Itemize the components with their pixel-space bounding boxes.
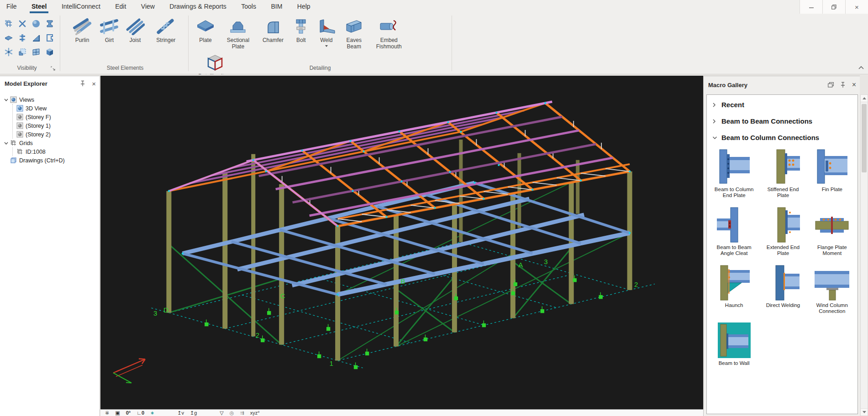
- flow-arrows-icon[interactable]: ⇉: [240, 410, 244, 416]
- close-button[interactable]: ×: [845, 0, 868, 14]
- macro-stiffened-end-plate[interactable]: Stiffened End Plate: [758, 148, 807, 198]
- xyz-readout[interactable]: xyz°: [250, 410, 260, 416]
- svg-text:2: 2: [634, 281, 638, 288]
- macro-extended-end-plate[interactable]: Extended End Plate: [758, 206, 807, 256]
- zoom-window-icon[interactable]: ▣: [115, 410, 120, 416]
- chamfer-button[interactable]: Chamfer: [259, 14, 287, 44]
- section-recent[interactable]: Recent: [707, 95, 857, 111]
- tree-node-storey-1[interactable]: (Storey 1): [16, 121, 100, 130]
- scroll-down-icon[interactable]: [861, 408, 868, 416]
- svg-text:1: 1: [330, 359, 333, 367]
- svg-text:D: D: [163, 306, 168, 314]
- sphere-icon[interactable]: [30, 17, 42, 30]
- popout-icon[interactable]: [828, 82, 834, 88]
- stringer-button[interactable]: Stringer: [150, 14, 181, 44]
- tree-node-3d-view[interactable]: 3D View: [16, 104, 100, 113]
- tree-node-storey-f[interactable]: (Storey F): [16, 113, 100, 121]
- tree-node-views[interactable]: Views: [3, 95, 100, 104]
- section-beam-to-column[interactable]: Beam to Column Connections: [707, 128, 857, 144]
- svg-text:2: 2: [256, 331, 259, 339]
- menu-bar: File Steel IntelliConnect Edit View Draw…: [0, 0, 868, 14]
- pin-icon[interactable]: [840, 82, 846, 88]
- section-beam-to-beam[interactable]: Beam to Beam Connections: [707, 111, 857, 128]
- ucs-axis-icon: [113, 359, 145, 383]
- bolt-button[interactable]: Bolt: [291, 14, 311, 44]
- eaves-beam-button[interactable]: Eaves Beam: [342, 14, 366, 50]
- menu-tools[interactable]: Tools: [235, 0, 263, 13]
- ribbon-collapse-chevron-icon[interactable]: [858, 66, 864, 69]
- macro-beam-to-column-end-plate[interactable]: Beam to Column End Plate: [710, 148, 758, 198]
- beam-section-icon[interactable]: [43, 17, 56, 30]
- filter-icon[interactable]: ▽: [220, 410, 223, 416]
- visibility-icon-grid: [2, 17, 57, 60]
- macro-flange-plate-moment[interactable]: Flange Plate Moment: [808, 206, 857, 256]
- special-part-icon[interactable]: [2, 46, 15, 58]
- girt-button[interactable]: Girt: [99, 14, 120, 44]
- tree-node-drawings[interactable]: Drawings (Ctrl+D): [3, 156, 100, 165]
- macro-fin-plate[interactable]: Fin Plate: [808, 148, 857, 198]
- visibility-dialog-launcher-icon[interactable]: [51, 66, 55, 71]
- window-panes-icon[interactable]: [30, 46, 42, 58]
- object-snap-icon[interactable]: ∗: [150, 410, 154, 416]
- model-explorer-panel: Model Explorer × Views 3D View (Storey F…: [0, 76, 100, 416]
- scrollbar-thumb[interactable]: [862, 104, 867, 172]
- bolt-icon: [292, 17, 310, 36]
- tree-node-grids[interactable]: Grids: [3, 139, 100, 147]
- node-markers: [205, 276, 602, 369]
- orbit-icon[interactable]: ◎: [230, 410, 234, 416]
- 3d-viewport[interactable]: 3 D C 2 B 1 A 3 2: [100, 76, 703, 416]
- restore-button[interactable]: [822, 0, 845, 14]
- menu-file[interactable]: File: [0, 0, 23, 13]
- roof-purlins: [169, 102, 613, 226]
- menu-steel[interactable]: Steel: [25, 0, 53, 13]
- solid-cube-icon[interactable]: [43, 46, 56, 58]
- weld-dropdown-arrow[interactable]: [325, 45, 328, 47]
- menu-edit[interactable]: Edit: [109, 0, 132, 13]
- chevron-down-icon[interactable]: [3, 142, 9, 145]
- chevron-right-icon: [712, 102, 720, 108]
- delete-x-icon[interactable]: [16, 17, 29, 30]
- joist-button[interactable]: Joist: [124, 14, 147, 44]
- bolt-assembly-icon[interactable]: [16, 31, 29, 44]
- pin-icon[interactable]: [80, 80, 85, 87]
- tree-node-storey-2[interactable]: (Storey 2): [16, 130, 100, 139]
- grid-item-icon: [16, 148, 23, 155]
- scroll-up-icon[interactable]: [861, 95, 868, 102]
- storey-view-icon: [16, 114, 23, 120]
- angle-readout[interactable]: 0°: [126, 410, 131, 416]
- gallery-scrollbar[interactable]: [860, 94, 868, 416]
- embed-fishmouth-icon: [379, 17, 400, 36]
- ucs-g-icon[interactable]: ↥g: [190, 410, 197, 416]
- ortho-readout[interactable]: ∟0: [137, 410, 144, 416]
- weld-corner-icon[interactable]: [30, 31, 42, 44]
- menu-view[interactable]: View: [135, 0, 161, 13]
- purlin-button[interactable]: Purlin: [69, 14, 95, 44]
- menu-help[interactable]: Help: [291, 0, 317, 13]
- weld-button[interactable]: Weld: [315, 14, 338, 47]
- close-panel-icon[interactable]: ×: [92, 80, 96, 88]
- menu-drawings-reports[interactable]: Drawings & Reports: [163, 0, 233, 13]
- macro-direct-welding[interactable]: Direct Welding: [758, 264, 807, 314]
- menu-bim[interactable]: BIM: [264, 0, 289, 13]
- plate-button[interactable]: Plate: [194, 14, 217, 44]
- chevron-down-icon[interactable]: [3, 99, 9, 101]
- macro-haunch[interactable]: Haunch: [710, 264, 758, 314]
- grids-icon: [10, 140, 17, 146]
- channel-section-icon[interactable]: [43, 31, 56, 44]
- structural-grid-icon[interactable]: [2, 17, 15, 30]
- macro-beam-to-beam-angle-cleat[interactable]: Beam to Beam Angle Cleat: [710, 206, 758, 256]
- sectional-plate-icon: [228, 17, 248, 36]
- close-panel-icon[interactable]: ×: [852, 81, 856, 89]
- snap-marker-icon[interactable]: ※: [105, 410, 109, 416]
- macro-beam-to-wall[interactable]: Beam to Wall: [710, 322, 758, 366]
- dashed-plate-icon[interactable]: [16, 46, 29, 58]
- plate-icon[interactable]: [2, 31, 15, 44]
- embed-fishmouth-button[interactable]: Embed Fishmouth: [370, 14, 408, 50]
- macro-wind-column-connection[interactable]: Wind Column Connection: [808, 264, 857, 314]
- tree-node-grid-id-1008[interactable]: ID:1008: [16, 147, 100, 156]
- eaves-beam-icon: [344, 17, 364, 36]
- minimize-button[interactable]: [800, 0, 822, 14]
- ucs-v-icon[interactable]: ↥v: [177, 410, 184, 416]
- menu-intelliconnect[interactable]: IntelliConnect: [55, 0, 107, 13]
- sectional-plate-button[interactable]: Sectional Plate: [221, 14, 255, 50]
